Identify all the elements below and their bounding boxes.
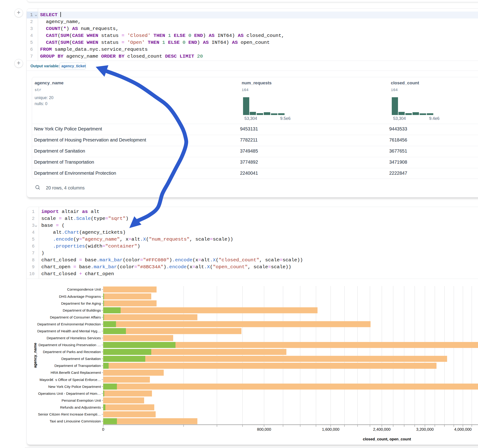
svg-text:closed_count, open_count: closed_count, open_count xyxy=(363,437,411,441)
svg-text:New York City Police Departmen: New York City Police Department xyxy=(48,385,101,389)
svg-text:Department of Homeless Service: Department of Homeless Services xyxy=(47,336,101,340)
svg-text:Mayorâ€ s Office of Special En: Mayorâ€ s Office of Special Enforce… xyxy=(40,378,101,382)
svg-text:Department of Housing Preserva: Department of Housing Preservation … xyxy=(38,343,101,347)
svg-text:1,600,000: 1,600,000 xyxy=(322,427,340,432)
svg-text:4,000,000: 4,000,000 xyxy=(454,427,472,432)
svg-text:Department of Environmental Pr: Department of Environmental Protection xyxy=(37,322,101,326)
svg-text:DHS Advantage Programs: DHS Advantage Programs xyxy=(59,294,101,299)
svg-text:0: 0 xyxy=(102,427,104,432)
svg-text:Department of Health and Menta: Department of Health and Mental Hyg… xyxy=(37,329,101,333)
svg-text:3,200,000: 3,200,000 xyxy=(416,427,434,432)
svg-text:Department of Parks and Recrea: Department of Parks and Recreation xyxy=(43,350,101,354)
svg-text:Correspondence Unit: Correspondence Unit xyxy=(67,287,101,291)
svg-text:Department of Sanitation: Department of Sanitation xyxy=(61,357,101,361)
svg-text:Personal Exemption Unit: Personal Exemption Unit xyxy=(62,398,101,402)
svg-text:2,400,000: 2,400,000 xyxy=(373,427,391,432)
svg-text:Senior Citizen Rent Increase E: Senior Citizen Rent Increase Exempti… xyxy=(38,412,101,416)
svg-text:Department of Buildings: Department of Buildings xyxy=(63,308,101,312)
svg-text:Department for the Aging: Department for the Aging xyxy=(61,301,101,305)
svg-text:Refunds and Adjustments: Refunds and Adjustments xyxy=(60,405,101,409)
svg-text:Operations Unit - Department o: Operations Unit - Department of Hom… xyxy=(38,392,101,395)
svg-text:agency_name: agency_name xyxy=(33,343,37,368)
svg-text:Department of Consumer Affairs: Department of Consumer Affairs xyxy=(50,315,101,319)
svg-text:Department of Transportation: Department of Transportation xyxy=(54,364,101,367)
svg-text:HRA Benefit Card Replacement: HRA Benefit Card Replacement xyxy=(51,371,101,374)
svg-text:800,000: 800,000 xyxy=(257,427,271,432)
svg-text:Taxi and Limousine Commission: Taxi and Limousine Commission xyxy=(50,419,101,423)
